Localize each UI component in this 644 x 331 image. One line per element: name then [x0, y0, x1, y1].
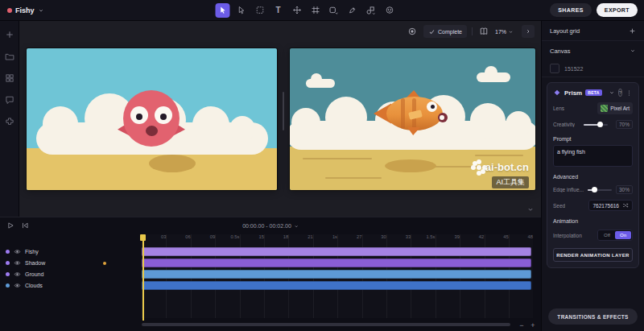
- frame-resize-handle[interactable]: [283, 92, 284, 130]
- pen-tool[interactable]: [345, 3, 360, 18]
- top-toolbar: Fishy T SHARES EXPORT: [0, 0, 644, 21]
- interpolation-off-option[interactable]: Off: [599, 231, 615, 239]
- chevron-down-icon[interactable]: [609, 89, 615, 96]
- transport-controls: [6, 221, 29, 230]
- lens-value: Pixel Art: [610, 106, 630, 111]
- select-tool[interactable]: [216, 3, 230, 18]
- layer-row-shadow[interactable]: Shadow: [0, 259, 138, 267]
- animation-label: Animation: [553, 218, 633, 224]
- timeline-zoom-in-button[interactable]: +: [528, 321, 538, 330]
- beta-badge: BETA: [585, 89, 601, 96]
- comment-icon[interactable]: [4, 94, 15, 106]
- layer-row-ground[interactable]: Ground: [0, 270, 138, 279]
- canvas-color-row[interactable]: 151522: [542, 60, 644, 77]
- add-icon[interactable]: [4, 29, 15, 40]
- creativity-value: 70%: [616, 120, 633, 129]
- add-layout-grid-icon[interactable]: [629, 27, 636, 35]
- lens-label: Lens: [553, 106, 564, 111]
- sticker-tool[interactable]: [382, 3, 397, 18]
- timeline-ruler[interactable]: 03 06 09 0.5s 15 18 21 1s 27 30 33 1.5s …: [142, 234, 533, 242]
- project-menu[interactable]: Fishy: [7, 6, 44, 14]
- layout-grid-row[interactable]: Layout grid: [542, 21, 644, 40]
- export-button[interactable]: EXPORT: [597, 3, 638, 17]
- eye-icon[interactable]: [14, 282, 21, 289]
- ruler-tick: 39: [436, 234, 460, 242]
- text-tool[interactable]: T: [271, 3, 286, 18]
- timeline-zoom-out-button[interactable]: −: [517, 321, 526, 330]
- plugin-icon[interactable]: [4, 116, 15, 127]
- skip-start-icon[interactable]: [21, 221, 29, 230]
- fish-shadow: [149, 155, 196, 172]
- layer-color-dot: [6, 283, 10, 288]
- cloud-puff: [229, 116, 255, 142]
- ruler-tick: 42: [460, 234, 484, 242]
- chevron-down-icon: [294, 224, 299, 229]
- folder-icon[interactable]: [4, 51, 15, 62]
- panel-toggle-button[interactable]: [522, 25, 535, 38]
- seed-input[interactable]: 762175616: [588, 200, 633, 211]
- shapes-tool[interactable]: [364, 3, 378, 18]
- play-icon[interactable]: [6, 221, 14, 230]
- fish-eye: [427, 101, 437, 112]
- timeline-scrollbar[interactable]: [142, 323, 510, 326]
- color-swatch[interactable]: [550, 64, 559, 73]
- prompt-input[interactable]: a flying fish: [553, 145, 633, 167]
- shares-button[interactable]: SHARES: [550, 3, 592, 17]
- node-select-tool[interactable]: [234, 3, 249, 18]
- fish-mouth-inner: [440, 115, 444, 120]
- frame-tool[interactable]: [308, 3, 323, 18]
- tool-bar: T: [216, 3, 397, 18]
- lens-dropdown[interactable]: Pixel Art: [597, 102, 633, 114]
- right-properties-panel: Layout grid Canvas 151522 Prism BETA ? L…: [541, 21, 644, 331]
- cloud-puff: [311, 73, 322, 85]
- zoom-dropdown[interactable]: 17%: [495, 29, 514, 35]
- watermark-logo-icon: [477, 165, 481, 170]
- cloud-puff: [43, 106, 78, 142]
- eye-icon[interactable]: [14, 271, 21, 278]
- left-icon-rail: [0, 21, 19, 217]
- collapse-canvas-icon[interactable]: [526, 205, 535, 213]
- edge-influence-slider[interactable]: [588, 189, 612, 191]
- canvas-section-row[interactable]: Canvas: [542, 41, 644, 60]
- track-bar-fishy[interactable]: [142, 247, 531, 256]
- seed-label: Seed: [553, 203, 565, 209]
- canvas-workspace: Complete 17%: [19, 21, 541, 217]
- book-icon[interactable]: [477, 25, 490, 38]
- timeline-panel: 00:00.00 - 00:02.00 03 06 09 0.5s 15 18 …: [0, 217, 541, 331]
- track-bar-ground[interactable]: [142, 270, 531, 279]
- canvas-section-label: Canvas: [550, 48, 570, 55]
- project-name: Fishy: [15, 6, 35, 14]
- orange-fish-character: [374, 90, 457, 137]
- move-tool[interactable]: [290, 3, 304, 18]
- snapshot-icon[interactable]: [406, 25, 419, 38]
- render-animation-layer-button[interactable]: RENDER ANIMATION LAYER: [553, 248, 633, 262]
- eye-icon[interactable]: [14, 248, 21, 255]
- ruler-tick: 18: [264, 234, 288, 242]
- playhead-line[interactable]: [142, 236, 144, 321]
- ruler-tick: 06: [166, 234, 190, 242]
- keyframe-dot[interactable]: [103, 262, 106, 265]
- track-bar-clouds[interactable]: [142, 281, 531, 290]
- layer-row-clouds[interactable]: Clouds: [0, 281, 138, 290]
- cloud-puff: [470, 103, 506, 139]
- shape-tool[interactable]: [327, 3, 341, 18]
- complete-button[interactable]: Complete: [423, 25, 467, 38]
- shuffle-seed-icon[interactable]: [622, 202, 629, 209]
- creativity-slider[interactable]: [584, 124, 608, 126]
- fish-shadow: [385, 159, 436, 172]
- help-icon[interactable]: ?: [618, 89, 622, 97]
- canvas-frame-1[interactable]: [27, 48, 277, 190]
- eye-icon[interactable]: [14, 259, 21, 267]
- interpolation-on-option[interactable]: On: [615, 231, 631, 239]
- layers-grid-icon[interactable]: [4, 72, 15, 84]
- transitions-effects-button[interactable]: TRANSITIONS & EFFECTS: [548, 308, 638, 325]
- layer-row-fishy[interactable]: Fishy: [0, 247, 138, 256]
- more-options-icon[interactable]: [625, 89, 633, 97]
- track-bar-shadow[interactable]: [142, 259, 531, 267]
- canvas-frame-2[interactable]: ai-bot.cn AI工具集: [290, 48, 535, 190]
- timecode-dropdown[interactable]: 00:00.00 - 00:02.00: [242, 223, 299, 229]
- ruler-tick: 45: [484, 234, 508, 242]
- prism-header[interactable]: Prism BETA ?: [553, 89, 633, 97]
- ruler-tick: 1.5s: [411, 234, 435, 242]
- marquee-tool[interactable]: [253, 3, 267, 18]
